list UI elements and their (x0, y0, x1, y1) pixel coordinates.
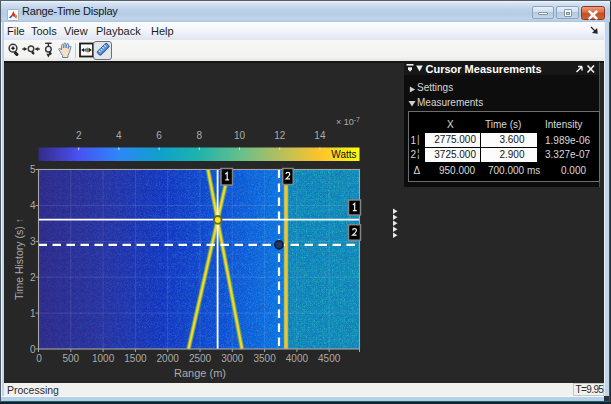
svg-text:1000: 1000 (92, 353, 115, 364)
svg-text:Time History (s) ↑: Time History (s) ↑ (13, 218, 25, 300)
svg-text:4500: 4500 (318, 353, 341, 364)
svg-text:500: 500 (62, 353, 79, 364)
svg-text:2500: 2500 (189, 353, 212, 364)
svg-text:Watts: Watts (331, 149, 356, 160)
svg-text:0: 0 (30, 344, 36, 355)
svg-text:10: 10 (234, 130, 246, 141)
svg-text:1: 1 (30, 308, 36, 319)
svg-text:2: 2 (76, 130, 82, 141)
svg-text:5: 5 (30, 164, 36, 175)
svg-text:4000: 4000 (286, 353, 309, 364)
svg-text:8: 8 (197, 130, 203, 141)
svg-text:3500: 3500 (253, 353, 276, 364)
svg-text:× 10-7: × 10-7 (336, 116, 360, 128)
svg-text:2: 2 (30, 272, 36, 283)
svg-text:Range (m): Range (m) (174, 367, 226, 379)
svg-text:2000: 2000 (157, 353, 180, 364)
svg-text:4: 4 (30, 200, 36, 211)
svg-text:12: 12 (274, 130, 286, 141)
svg-text:6: 6 (156, 130, 162, 141)
svg-text:3000: 3000 (221, 353, 244, 364)
svg-text:4: 4 (116, 130, 122, 141)
svg-text:1500: 1500 (124, 353, 147, 364)
svg-text:3: 3 (30, 236, 36, 247)
svg-text:0: 0 (36, 353, 42, 364)
svg-text:14: 14 (314, 130, 326, 141)
